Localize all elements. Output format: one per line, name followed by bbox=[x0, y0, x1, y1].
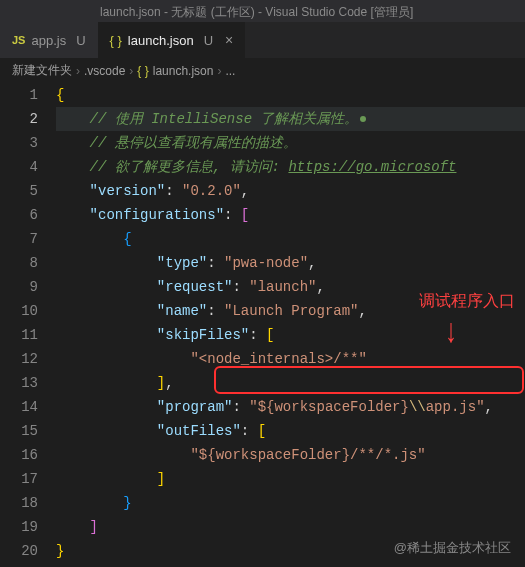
code-line[interactable]: } bbox=[56, 491, 525, 515]
tab-label: launch.json bbox=[128, 33, 194, 48]
breadcrumb[interactable]: 新建文件夹 › .vscode › { } launch.json › ... bbox=[0, 58, 525, 83]
watermark: @稀土掘金技术社区 bbox=[394, 539, 511, 557]
json-icon: { } bbox=[137, 64, 148, 78]
code-editor[interactable]: 1 2 3 4 5 6 7 8 9 10 11 12 13 14 15 16 1… bbox=[0, 83, 525, 563]
code-line[interactable]: "type": "pwa-node", bbox=[56, 251, 525, 275]
code-line[interactable]: ] bbox=[56, 515, 525, 539]
code-line[interactable]: // 欲了解更多信息, 请访问: https://go.microsoft bbox=[56, 155, 525, 179]
chevron-right-icon: › bbox=[76, 64, 80, 78]
code-line[interactable]: "configurations": [ bbox=[56, 203, 525, 227]
line-gutter: 1 2 3 4 5 6 7 8 9 10 11 12 13 14 15 16 1… bbox=[0, 83, 56, 563]
chevron-right-icon: › bbox=[217, 64, 221, 78]
tab-launch-json[interactable]: { } launch.json U × bbox=[98, 22, 246, 58]
code-line[interactable]: "outFiles": [ bbox=[56, 419, 525, 443]
tab-label: app.js bbox=[31, 33, 66, 48]
code-line[interactable]: "${workspaceFolder}/**/*.js" bbox=[56, 443, 525, 467]
breadcrumb-segment[interactable]: 新建文件夹 bbox=[12, 62, 72, 79]
window-titlebar: launch.json - 无标题 (工作区) - Visual Studio … bbox=[0, 0, 525, 22]
editor-tabs: JS app.js U { } launch.json U × bbox=[0, 22, 525, 58]
code-line[interactable]: { bbox=[56, 227, 525, 251]
code-line[interactable]: { bbox=[56, 83, 525, 107]
suggest-indicator-icon bbox=[360, 116, 366, 122]
code-line[interactable]: ] bbox=[56, 467, 525, 491]
code-line[interactable]: ], bbox=[56, 371, 525, 395]
arrow-down-icon: ↓ bbox=[445, 311, 457, 350]
code-line[interactable]: // 使用 IntelliSense 了解相关属性。 bbox=[56, 107, 525, 131]
breadcrumb-segment[interactable]: .vscode bbox=[84, 64, 125, 78]
close-icon[interactable]: × bbox=[225, 32, 233, 48]
chevron-right-icon: › bbox=[129, 64, 133, 78]
code-line[interactable]: "version": "0.2.0", bbox=[56, 179, 525, 203]
json-icon: { } bbox=[110, 33, 122, 48]
annotation-label: 调试程序入口 bbox=[419, 291, 515, 312]
git-status-badge: U bbox=[76, 33, 85, 48]
git-status-badge: U bbox=[204, 33, 213, 48]
code-content[interactable]: { // 使用 IntelliSense 了解相关属性。 // 悬停以查看现有属… bbox=[56, 83, 525, 563]
code-line[interactable]: // 悬停以查看现有属性的描述。 bbox=[56, 131, 525, 155]
breadcrumb-segment[interactable]: ... bbox=[225, 64, 235, 78]
tab-app-js[interactable]: JS app.js U bbox=[0, 22, 98, 58]
breadcrumb-segment[interactable]: launch.json bbox=[153, 64, 214, 78]
js-icon: JS bbox=[12, 34, 25, 46]
code-line[interactable]: "program": "${workspaceFolder}\\app.js", bbox=[56, 395, 525, 419]
